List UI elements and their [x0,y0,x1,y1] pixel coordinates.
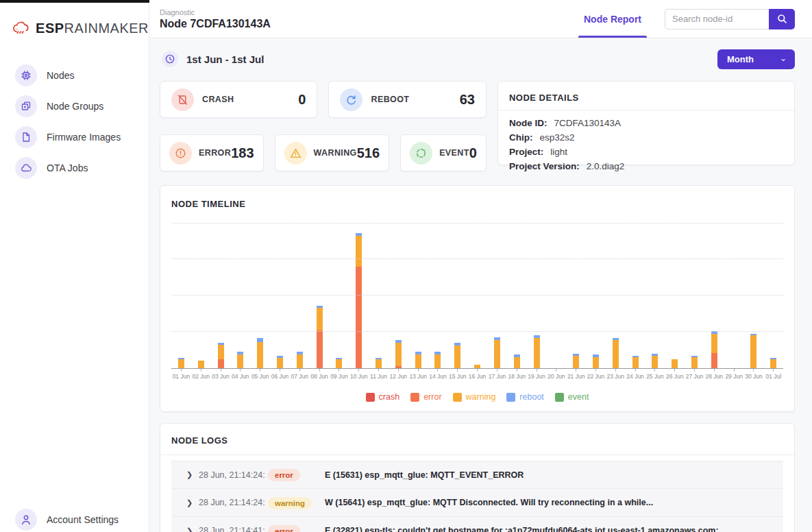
log-row[interactable]: ❯28 Jun, 21:14:24:errorE (15631) esp_mqt… [171,461,783,489]
sidebar-item-firmware-images[interactable]: Firmware Images [0,126,149,148]
stacked-bar[interactable] [593,354,599,368]
stacked-bar[interactable] [336,358,342,368]
stacked-bar[interactable] [198,361,204,368]
stat-card-crash: CRASH0 [160,81,317,118]
stacked-bar[interactable] [257,338,263,368]
stacked-bar[interactable] [514,354,520,368]
x-axis-tick [418,369,419,372]
stacked-bar[interactable] [356,233,362,368]
timeline-x-axis: 01 Jun02 Jun03 Jun04 Jun05 Jun06 Jun07 J… [171,369,783,380]
sidebar-item-account-settings[interactable]: Account Settings [0,509,149,531]
chart-bar-column [724,219,744,368]
stat-value: 183 [231,145,254,161]
search-button[interactable] [769,9,795,29]
stacked-bar[interactable] [494,337,500,368]
stacked-bar[interactable] [376,358,382,368]
bar-segment-warning [336,359,342,368]
x-axis-label-cell: 11 Jun [369,369,389,380]
legend-item-event[interactable]: event [555,392,589,402]
stacked-bar[interactable] [317,306,323,368]
x-axis-label: 07 Jun [291,373,309,380]
node-detail-value: light [550,145,567,159]
x-axis-label-cell: 18 Jun [507,369,527,380]
bar-segment-warning [454,346,460,368]
x-axis-label: 10 Jun [350,373,368,380]
chart-bar-column [230,219,250,368]
stacked-bar[interactable] [454,343,460,368]
node-logs-list: ❯28 Jun, 21:14:24:errorE (15631) esp_mqt… [160,455,794,532]
chevron-right-icon[interactable]: ❯ [186,498,199,507]
brand[interactable]: ESPRAINMAKER [0,0,149,38]
stacked-bar[interactable] [474,365,480,368]
timeline-chart[interactable] [171,219,783,369]
stacked-bar[interactable] [632,356,639,368]
page-header: Diagnostic Node 7CDFA130143A Node Report [149,0,812,38]
stacked-bar[interactable] [434,352,441,368]
event-icon [410,142,432,165]
legend-swatch [410,393,419,402]
content: 1st Jun - 1st Jul Month ⌄ CRASH0REBOOT63… [149,38,812,532]
bar-segment-warning [434,354,441,368]
bar-segment-warning [770,359,776,368]
x-axis-label: 02 Jun [192,373,210,380]
x-axis-tick [339,369,339,372]
stacked-bar[interactable] [218,343,224,368]
stacked-bar[interactable] [770,358,776,368]
stacked-bar[interactable] [277,356,283,368]
legend-swatch [506,393,515,402]
log-row[interactable]: ❯28 Jun, 21:14:41:errorE (32821) esp-tls… [171,517,783,532]
stacked-bar[interactable] [573,354,579,368]
x-axis-tick [753,369,754,372]
chevron-right-icon[interactable]: ❯ [186,527,199,532]
date-range-label: 1st Jun - 1st Jul [186,53,264,65]
x-axis-tick [556,369,556,372]
stacked-bar[interactable] [297,352,303,368]
x-axis-tick [299,369,300,372]
stat-label: WARNING [314,148,357,158]
search-input[interactable] [665,9,769,29]
stacked-bar[interactable] [691,356,698,368]
stacked-bar[interactable] [534,335,540,368]
legend-item-error[interactable]: error [410,392,441,402]
brand-name: ESPRAINMAKER [36,21,149,36]
x-axis-tick [319,369,320,372]
node-group-icon [15,95,37,117]
sidebar-item-ota-jobs[interactable]: OTA Jobs [0,157,149,179]
stacked-bar[interactable] [672,359,678,368]
x-axis-tick [181,369,182,372]
tab-node-report[interactable]: Node Report [580,0,645,38]
bar-segment-warning [652,356,658,368]
chart-bar-column [744,219,764,368]
legend-item-reboot[interactable]: reboot [506,392,543,402]
sidebar-item-node-groups[interactable]: Node Groups [0,95,149,117]
legend-label: warning [466,392,496,402]
x-axis-label-cell: 16 Jun [467,369,487,380]
stat-label: REBOOT [371,95,409,104]
stacked-bar[interactable] [711,331,717,368]
sidebar-item-label: OTA Jobs [47,162,88,173]
x-axis-label-cell: 06 Jun [270,369,290,380]
x-axis-tick [240,369,241,372]
stacked-bar[interactable] [395,340,402,368]
app-window: ESPRAINMAKER NodesNode GroupsFirmware Im… [0,0,812,532]
legend-item-warning[interactable]: warning [453,392,496,402]
x-axis-label: 09 Jun [330,373,348,380]
legend-item-crash[interactable]: crash [366,392,400,402]
stacked-bar[interactable] [613,338,619,368]
stacked-bar[interactable] [652,354,658,368]
stacked-bar[interactable] [237,352,243,368]
x-axis-tick [358,369,359,372]
x-axis-label: 01 Jun [173,373,190,380]
bar-segment-warning [297,354,303,368]
stacked-bar[interactable] [415,352,421,368]
chevron-right-icon[interactable]: ❯ [186,470,199,479]
bar-segment-warning [711,334,717,353]
period-dropdown[interactable]: Month ⌄ [717,49,795,69]
log-row[interactable]: ❯28 Jun, 21:14:24:warningW (15641) esp_m… [171,489,783,517]
stacked-bar[interactable] [750,334,756,368]
stacked-bar[interactable] [178,358,184,368]
node-logs-panel: NODE LOGS ❯28 Jun, 21:14:24:errorE (1563… [160,423,795,532]
sidebar-item-nodes[interactable]: Nodes [0,64,149,86]
log-timestamp: 28 Jun, 21:14:24: [199,498,268,507]
sidebar-item-label: Nodes [47,70,74,81]
